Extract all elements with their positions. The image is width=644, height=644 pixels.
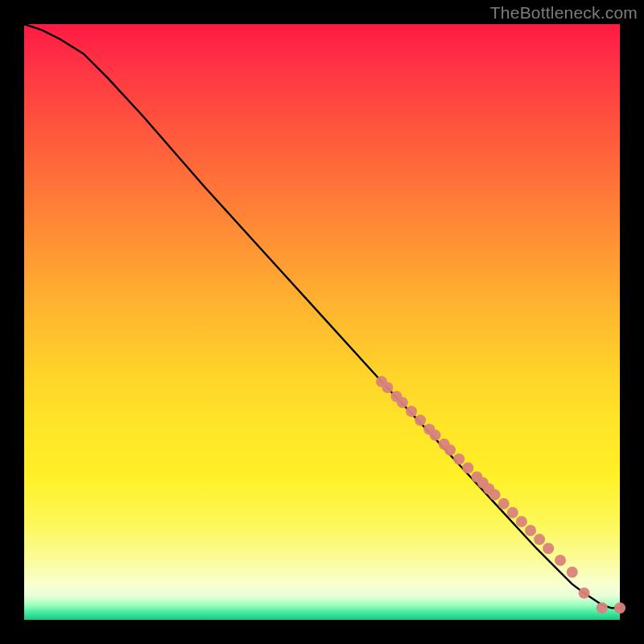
chart-svg: [24, 24, 620, 620]
svg-point-25: [597, 602, 608, 613]
svg-point-21: [543, 543, 554, 554]
svg-point-24: [579, 588, 590, 599]
svg-point-26: [614, 602, 625, 613]
svg-point-18: [516, 516, 527, 527]
svg-point-9: [444, 444, 456, 456]
chart-stage: TheBottleneck.com: [0, 0, 644, 644]
chart-plot-area: [24, 24, 620, 620]
svg-point-7: [430, 430, 441, 441]
cluster-points: [376, 376, 625, 613]
svg-point-15: [489, 489, 501, 501]
watermark-text: TheBottleneck.com: [490, 3, 638, 23]
svg-point-20: [534, 534, 545, 545]
svg-point-4: [406, 406, 417, 417]
svg-point-16: [498, 498, 510, 510]
svg-point-22: [555, 555, 566, 566]
svg-point-10: [453, 453, 464, 464]
curve-line: [24, 24, 620, 608]
svg-point-1: [382, 382, 393, 393]
svg-point-11: [462, 462, 473, 473]
svg-point-5: [415, 415, 426, 426]
svg-point-3: [397, 397, 408, 408]
svg-point-23: [567, 567, 578, 578]
svg-point-19: [525, 525, 536, 536]
svg-point-17: [507, 507, 518, 518]
